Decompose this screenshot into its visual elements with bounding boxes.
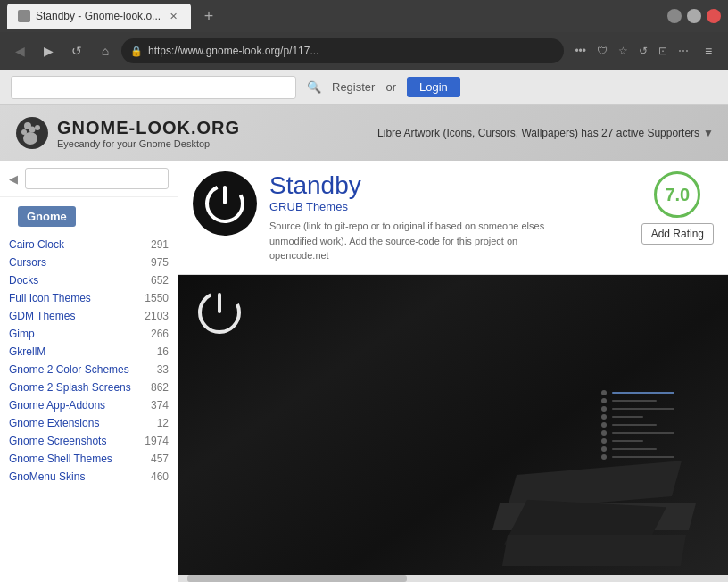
close-button[interactable] xyxy=(707,9,721,23)
titlebar: Standby - Gnome-look.o... ✕ + xyxy=(0,0,728,32)
main-area: ◀ Gnome Cairo Clock 291 Cursors 975 xyxy=(0,161,728,582)
sidebar-item-count: 1550 xyxy=(145,292,169,304)
tab-close-button[interactable]: ✕ xyxy=(166,9,180,23)
navbar: ◀ ▶ ↺ ⌂ 🔒 https://www.gnome-look.org/p/1… xyxy=(0,32,728,70)
pocket-icon[interactable]: ⊡ xyxy=(655,43,671,59)
new-tab-button[interactable]: + xyxy=(196,4,221,29)
more-tools-button[interactable]: ⋯ xyxy=(674,43,692,59)
content-panel: Standby GRUB Themes Source (link to git-… xyxy=(178,161,728,582)
sidebar-item-count: 16 xyxy=(157,345,169,358)
sidebar-item-count: 460 xyxy=(151,470,169,483)
home-button[interactable]: ⌂ xyxy=(93,38,118,63)
address-text: https://www.gnome-look.org/p/117... xyxy=(148,45,555,57)
shield-icon[interactable]: 🛡 xyxy=(593,43,611,59)
product-image-area xyxy=(178,275,728,576)
sidebar-item-gimp[interactable]: Gimp 266 xyxy=(0,325,178,343)
login-button[interactable]: Login xyxy=(407,77,460,97)
or-text: or xyxy=(385,80,396,94)
rating-score: 7.0 xyxy=(654,171,700,218)
sidebar-item-gnome2-color[interactable]: Gnome 2 Color Schemes 33 xyxy=(0,361,178,378)
sidebar-item-name: Gnome 2 Color Schemes xyxy=(9,363,129,376)
menu-overlay xyxy=(601,390,674,460)
sidebar-item-name: Gnome Shell Themes xyxy=(9,453,112,465)
reload-icon[interactable]: ↺ xyxy=(635,43,651,59)
sidebar-item-count: 2103 xyxy=(145,310,169,322)
rating-area: 7.0 Add Rating xyxy=(641,171,714,245)
sidebar-item-count: 652 xyxy=(151,274,169,287)
sidebar-item-cairo-clock[interactable]: Cairo Clock 291 xyxy=(0,236,178,254)
sidebar-category-label: Gnome xyxy=(0,197,178,236)
sidebar-item-name: Cairo Clock xyxy=(9,238,64,251)
sidebar-item-name: Gnome 2 Splash Screens xyxy=(9,381,131,394)
sidebar-item-gnome-shell-themes[interactable]: Gnome Shell Themes 457 xyxy=(0,450,178,468)
sidebar-category[interactable]: Gnome xyxy=(18,206,76,227)
sidebar-item-gnome-screenshots[interactable]: Gnome Screenshots 1974 xyxy=(0,432,178,450)
sidebar-item-count: 12 xyxy=(157,417,169,429)
sidebar-back-button[interactable]: ◀ xyxy=(9,172,18,186)
geo-shape-4 xyxy=(502,535,686,566)
svg-point-3 xyxy=(29,127,36,133)
sidebar-item-name: GDM Themes xyxy=(9,310,75,322)
sidebar-item-count: 374 xyxy=(151,399,169,412)
logo-icon xyxy=(14,115,50,151)
sidebar-item-docks[interactable]: Docks 652 xyxy=(0,271,178,289)
sidebar-item-count: 457 xyxy=(151,453,169,465)
scrollbar-thumb[interactable] xyxy=(187,575,407,582)
sidebar-item-name: Gnome Extensions xyxy=(9,417,99,429)
sidebar-item-gnome-extensions[interactable]: Gnome Extensions 12 xyxy=(0,414,178,432)
sidebar-item-cursors[interactable]: Cursors 975 xyxy=(0,254,178,271)
search-icon[interactable]: 🔍 xyxy=(307,80,321,94)
sidebar-item-gnome-app-addons[interactable]: Gnome App-Addons 374 xyxy=(0,396,178,414)
register-link[interactable]: Register xyxy=(332,80,375,94)
logo-text: GNOME-LOOK.ORG Eyecandy for your Gnome D… xyxy=(57,118,240,149)
sidebar-item-count: 33 xyxy=(157,363,169,376)
site-header: GNOME-LOOK.ORG Eyecandy for your Gnome D… xyxy=(0,105,728,161)
sidebar: ◀ Gnome Cairo Clock 291 Cursors 975 xyxy=(0,161,178,582)
back-button[interactable]: ◀ xyxy=(7,38,32,63)
browser-tab[interactable]: Standby - Gnome-look.o... ✕ xyxy=(7,4,191,29)
product-image xyxy=(178,275,728,576)
refresh-button[interactable]: ↺ xyxy=(64,38,89,63)
lock-icon: 🔒 xyxy=(130,46,143,57)
sidebar-item-gnome2-splash[interactable]: Gnome 2 Splash Screens 862 xyxy=(0,378,178,396)
maximize-button[interactable] xyxy=(687,9,701,23)
power-icon xyxy=(204,183,245,224)
search-input[interactable] xyxy=(11,76,296,99)
site-logo: GNOME-LOOK.ORG Eyecandy for your Gnome D… xyxy=(14,115,240,151)
product-info: Standby GRUB Themes Source (link to git-… xyxy=(269,171,629,263)
add-rating-button[interactable]: Add Rating xyxy=(641,223,714,245)
product-category: GRUB Themes xyxy=(269,200,629,213)
sidebar-search-input[interactable] xyxy=(25,168,169,189)
supporter-expand[interactable]: ▼ xyxy=(703,127,714,139)
minimize-button[interactable] xyxy=(667,9,682,23)
browser-window: Standby - Gnome-look.o... ✕ + ◀ ▶ ↺ ⌂ 🔒 … xyxy=(0,0,728,582)
content-area: 🔍 Register or Login GNOME-LOOK.ORG E xyxy=(0,70,728,582)
sidebar-item-name: Docks xyxy=(9,274,38,287)
sidebar-item-full-icon-themes[interactable]: Full Icon Themes 1550 xyxy=(0,289,178,307)
logo-title: GNOME-LOOK.ORG xyxy=(57,118,240,138)
sidebar-item-gnomenu-skins[interactable]: GnoMenu Skins 460 xyxy=(0,468,178,486)
sidebar-list: Cairo Clock 291 Cursors 975 Docks 652 Fu… xyxy=(0,236,178,486)
more-button[interactable]: ••• xyxy=(571,43,590,59)
product-icon xyxy=(193,171,257,236)
sidebar-item-count: 1974 xyxy=(145,435,169,447)
hamburger-menu[interactable]: ≡ xyxy=(696,38,721,63)
sidebar-item-count: 291 xyxy=(151,238,169,251)
sidebar-item-name: Gimp xyxy=(9,328,35,340)
svg-point-5 xyxy=(23,132,37,145)
forward-button[interactable]: ▶ xyxy=(36,38,61,63)
sidebar-item-name: Full Icon Themes xyxy=(9,292,91,304)
sidebar-item-name: Gnome App-Addons xyxy=(9,399,105,412)
horizontal-scrollbar[interactable] xyxy=(178,575,728,582)
nav-extra-buttons: ••• 🛡 ☆ ↺ ⊡ ⋯ xyxy=(571,43,692,59)
address-bar[interactable]: 🔒 https://www.gnome-look.org/p/117... xyxy=(121,38,564,63)
sidebar-item-count: 975 xyxy=(151,256,169,269)
image-power-icon xyxy=(196,289,243,336)
sidebar-item-gdm-themes[interactable]: GDM Themes 2103 xyxy=(0,307,178,325)
bookmark-icon[interactable]: ☆ xyxy=(615,43,632,59)
sidebar-item-name: Gnome Screenshots xyxy=(9,435,106,447)
supporter-text: Libre Artwork (Icons, Cursors, Wallpaper… xyxy=(377,127,699,139)
sidebar-item-gkrellm[interactable]: GkrellM 16 xyxy=(0,343,178,361)
logo-subtitle: Eyecandy for your Gnome Desktop xyxy=(57,138,240,149)
product-header: Standby GRUB Themes Source (link to git-… xyxy=(178,161,728,275)
